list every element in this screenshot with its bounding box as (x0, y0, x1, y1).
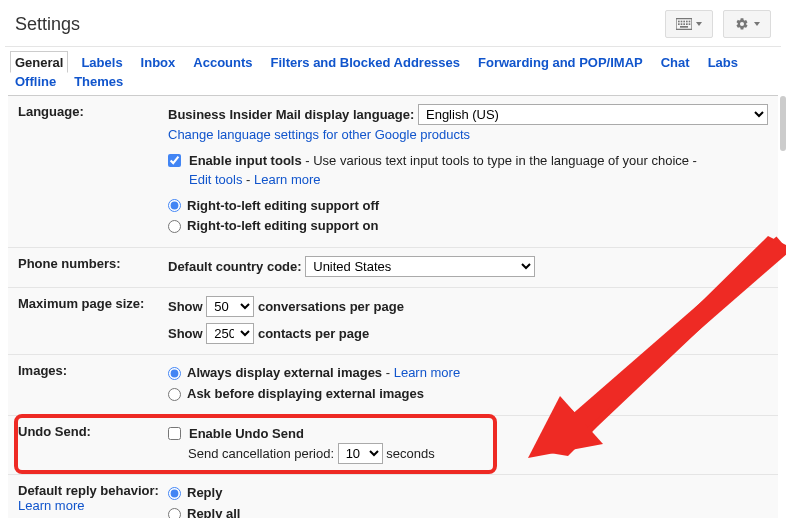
section-undo-send: Undo Send: Enable Undo Send Send cancell… (8, 416, 778, 476)
language-select[interactable]: English (US) (418, 104, 768, 125)
scrollbar-thumb[interactable] (780, 96, 786, 151)
tab-chat[interactable]: Chat (661, 55, 690, 70)
country-select[interactable]: United States (305, 256, 535, 277)
enable-input-tools-label: Enable input tools (189, 153, 302, 168)
section-label: Images: (8, 363, 168, 405)
section-language: Language: Business Insider Mail display … (8, 96, 778, 248)
tab-general[interactable]: General (15, 55, 63, 70)
settings-header: Settings (0, 0, 786, 46)
gear-icon (734, 17, 750, 31)
keyboard-icon (676, 17, 692, 31)
section-phone: Phone numbers: Default country code: Uni… (8, 248, 778, 288)
period-label: Send cancellation period: (188, 446, 334, 461)
tab-labels[interactable]: Labels (81, 55, 122, 70)
images-always-radio[interactable] (168, 367, 181, 380)
reply-all-label: Reply all (187, 504, 240, 518)
header-buttons (665, 10, 771, 38)
reply-radio[interactable] (168, 487, 181, 500)
images-ask-radio[interactable] (168, 388, 181, 401)
contacts-select[interactable]: 250 (206, 323, 254, 344)
svg-rect-6 (678, 23, 680, 25)
chevron-down-icon (696, 22, 702, 26)
rtl-on-radio[interactable] (168, 220, 181, 233)
enable-undo-send-checkbox[interactable] (168, 427, 181, 440)
tabs-bar: GeneralLabelsInboxAccountsFilters and Bl… (0, 47, 786, 95)
learn-more-link[interactable]: Learn more (254, 172, 320, 187)
svg-rect-4 (686, 21, 688, 23)
page-title: Settings (15, 14, 80, 35)
conv-per-page-row: Show 50 conversations per page (168, 296, 778, 317)
enable-undo-label: Enable Undo Send (189, 424, 304, 444)
enable-input-tools-desc: - Use various text input tools to type i… (302, 153, 697, 168)
settings-content: Language: Business Insider Mail display … (8, 95, 778, 518)
conv-suffix: conversations per page (258, 299, 404, 314)
section-label: Default reply behavior: Learn more (8, 483, 168, 518)
section-label: Phone numbers: (8, 256, 168, 277)
svg-rect-5 (689, 21, 691, 23)
svg-rect-9 (686, 23, 688, 25)
section-content: Business Insider Mail display language: … (168, 104, 778, 237)
section-pagesize: Maximum page size: Show 50 conversations… (8, 288, 778, 355)
language-row: Business Insider Mail display language: … (168, 104, 778, 125)
section-label: Undo Send: (8, 424, 168, 465)
gear-button[interactable] (723, 10, 771, 38)
default-cc-label: Default country code: (168, 259, 302, 274)
images-ask-label: Ask before displaying external images (187, 384, 424, 405)
tab-themes[interactable]: Themes (74, 74, 123, 89)
section-label: Maximum page size: (8, 296, 168, 344)
section-content: Always display external images - Learn m… (168, 363, 778, 405)
learn-more-link[interactable]: Learn more (18, 498, 84, 513)
tab-accounts[interactable]: Accounts (193, 55, 252, 70)
cancellation-period-row: Send cancellation period: 10 seconds (188, 443, 778, 464)
contacts-per-page-row: Show 250 contacts per page (168, 323, 778, 344)
change-language-link-row: Change language settings for other Googl… (168, 125, 778, 145)
section-images: Images: Always display external images -… (8, 355, 778, 416)
cancellation-period-select[interactable]: 10 (338, 443, 383, 464)
svg-rect-11 (680, 26, 688, 28)
tab-inbox[interactable]: Inbox (141, 55, 176, 70)
chevron-down-icon (754, 22, 760, 26)
change-language-link[interactable]: Change language settings for other Googl… (168, 127, 470, 142)
enable-undo-row: Enable Undo Send (168, 424, 778, 444)
section-content: Enable Undo Send Send cancellation perio… (168, 424, 778, 465)
tab-filters-and-blocked-addresses[interactable]: Filters and Blocked Addresses (271, 55, 461, 70)
section-label: Language: (8, 104, 168, 237)
reply-label: Reply (187, 483, 222, 504)
enable-input-tools-checkbox[interactable] (168, 154, 181, 167)
section-content: Reply Reply all (168, 483, 778, 518)
rtl-on-label: Right-to-left editing support on (187, 216, 378, 237)
tab-labs[interactable]: Labs (708, 55, 738, 70)
section-content: Show 50 conversations per page Show 250 … (168, 296, 778, 344)
reply-all-radio[interactable] (168, 508, 181, 518)
svg-rect-1 (678, 21, 680, 23)
tab-offline[interactable]: Offline (15, 74, 56, 89)
contacts-suffix: contacts per page (258, 326, 369, 341)
period-suffix: seconds (386, 446, 434, 461)
svg-rect-7 (681, 23, 683, 25)
enable-input-tools-text: Enable input tools - Use various text in… (189, 151, 697, 190)
rtl-off-label: Right-to-left editing support off (187, 196, 379, 217)
input-tools-button[interactable] (665, 10, 713, 38)
display-language-label: Business Insider Mail display language: (168, 107, 414, 122)
tab-forwarding-and-pop-imap[interactable]: Forwarding and POP/IMAP (478, 55, 643, 70)
rtl-radio-group: Right-to-left editing support off Right-… (168, 196, 778, 238)
enable-input-tools-row: Enable input tools - Use various text in… (168, 151, 778, 190)
conversations-select[interactable]: 50 (206, 296, 254, 317)
images-always-label: Always display external images (187, 365, 382, 380)
rtl-off-radio[interactable] (168, 199, 181, 212)
svg-rect-3 (683, 21, 685, 23)
svg-rect-10 (689, 23, 691, 25)
show-label: Show (168, 326, 203, 341)
show-label: Show (168, 299, 203, 314)
learn-more-link[interactable]: Learn more (394, 365, 460, 380)
section-default-reply: Default reply behavior: Learn more Reply… (8, 475, 778, 518)
edit-tools-link[interactable]: Edit tools (189, 172, 242, 187)
section-content: Default country code: United States (168, 256, 778, 277)
scrollbar[interactable] (780, 96, 786, 518)
svg-rect-2 (681, 21, 683, 23)
svg-rect-8 (683, 23, 685, 25)
